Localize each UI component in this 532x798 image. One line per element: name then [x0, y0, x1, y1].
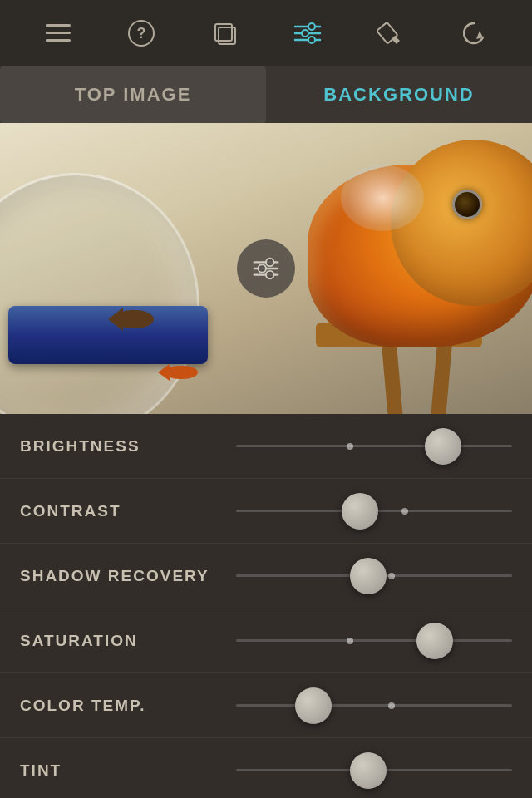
- saturation-row: SATURATION: [0, 608, 532, 673]
- tab-top-image[interactable]: TOP IMAGE: [0, 66, 266, 123]
- svg-point-22: [266, 271, 273, 278]
- fish-small: [108, 308, 158, 331]
- saturation-label: SATURATION: [20, 632, 236, 650]
- shadow-recovery-thumb[interactable]: [350, 558, 387, 594]
- tab-background[interactable]: BACKGROUND: [266, 66, 532, 123]
- shadow-recovery-label: SHADOW RECOVERY: [20, 567, 236, 585]
- brightness-thumb[interactable]: [425, 428, 461, 465]
- contrast-label: CONTRAST: [20, 502, 236, 520]
- svg-rect-1: [46, 32, 71, 34]
- svg-rect-4: [46, 32, 49, 34]
- menu-icon[interactable]: [38, 13, 78, 53]
- shadow-recovery-row: SHADOW RECOVERY: [0, 544, 532, 608]
- color-temp-slider-track[interactable]: [236, 704, 512, 707]
- brightness-slider-track[interactable]: [236, 445, 512, 447]
- tab-bar: TOP IMAGE BACKGROUND: [0, 66, 532, 123]
- adjustments-overlay-button[interactable]: [237, 239, 295, 298]
- svg-rect-0: [46, 24, 71, 27]
- contrast-row: CONTRAST: [0, 479, 532, 544]
- saturation-thumb[interactable]: [416, 623, 453, 659]
- goldfish-large: [274, 140, 532, 372]
- toolbar: ?: [0, 0, 532, 66]
- brightness-center-dot: [347, 443, 353, 450]
- image-area: [0, 123, 532, 414]
- brightness-row: BRIGHTNESS: [0, 414, 532, 479]
- contrast-slider-track[interactable]: [236, 510, 512, 512]
- brush-icon[interactable]: [371, 13, 411, 53]
- contrast-thumb[interactable]: [342, 493, 378, 530]
- adjustments-panel: BRIGHTNESS CONTRAST SHADOW RECOVERY SATU…: [0, 414, 532, 798]
- shadow-recovery-slider-track[interactable]: [236, 574, 512, 577]
- svg-rect-5: [46, 39, 49, 42]
- color-temp-thumb[interactable]: [295, 687, 332, 724]
- svg-point-13: [308, 23, 315, 30]
- color-temp-label: COLOR TEMP.: [20, 697, 236, 715]
- tint-thumb[interactable]: [350, 752, 387, 789]
- sliders-filter-icon[interactable]: [288, 13, 328, 53]
- layers-icon[interactable]: [204, 13, 244, 53]
- svg-rect-3: [46, 24, 49, 27]
- color-temp-center-dot: [388, 702, 395, 709]
- help-icon[interactable]: ?: [121, 13, 161, 53]
- saturation-center-dot: [347, 638, 353, 644]
- svg-point-14: [302, 30, 308, 37]
- tint-row: TINT: [0, 738, 532, 798]
- svg-point-15: [308, 37, 315, 43]
- contrast-center-dot: [401, 508, 408, 515]
- color-temp-row: COLOR TEMP.: [0, 673, 532, 738]
- reset-icon[interactable]: [454, 13, 494, 53]
- saturation-slider-track[interactable]: [236, 639, 512, 642]
- svg-point-20: [266, 259, 273, 266]
- svg-point-21: [259, 264, 266, 272]
- svg-rect-2: [46, 39, 71, 42]
- shadow-recovery-center-dot: [388, 573, 395, 579]
- svg-text:?: ?: [137, 25, 146, 42]
- tint-slider-track[interactable]: [236, 769, 512, 771]
- tint-label: TINT: [20, 761, 236, 780]
- brightness-label: BRIGHTNESS: [20, 437, 236, 456]
- fish-tiny: [158, 364, 200, 381]
